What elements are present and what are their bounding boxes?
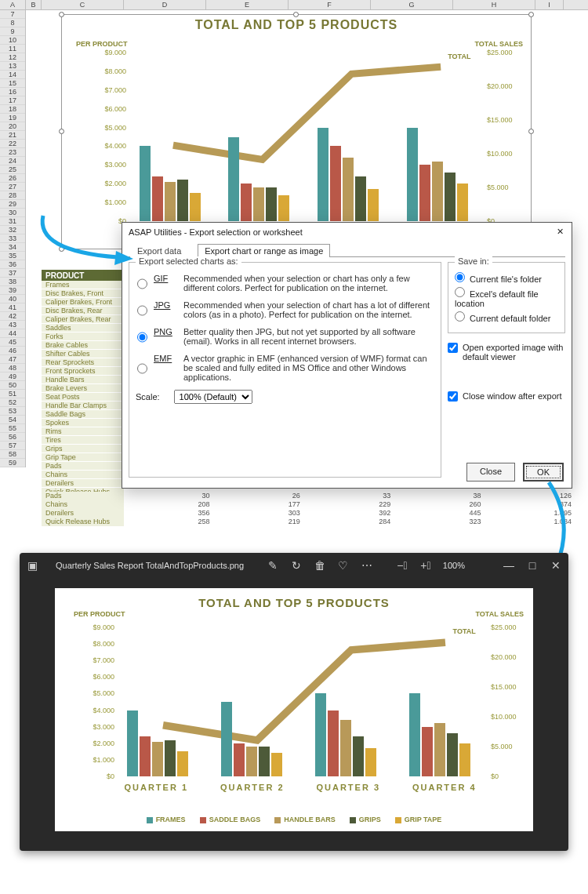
row-header[interactable]: 19 — [0, 114, 25, 122]
minimize-icon[interactable]: — — [503, 559, 515, 572]
close-window-checkbox[interactable]: Close window after export — [448, 391, 565, 402]
row-header[interactable]: 45 — [0, 338, 25, 347]
list-item[interactable]: Grips — [42, 445, 124, 453]
row-header[interactable]: 15 — [0, 79, 25, 88]
list-item[interactable]: Rear Sprockets — [42, 358, 124, 367]
format-option-jpg[interactable]: JPGRecommended when your selection of ch… — [137, 300, 434, 319]
row-header[interactable]: 38 — [0, 278, 25, 286]
row-header[interactable]: 57 — [0, 442, 25, 450]
row-header[interactable]: 30 — [0, 209, 25, 217]
product-header[interactable]: PRODUCT — [42, 270, 124, 282]
format-option-png[interactable]: PNGBetter quality then JPG, but not yet … — [137, 327, 434, 346]
col-header[interactable]: B — [26, 0, 42, 9]
row-header[interactable]: 16 — [0, 88, 25, 96]
delete-icon[interactable]: 🗑 — [314, 559, 326, 572]
row-header[interactable]: 42 — [0, 312, 25, 321]
row-header[interactable]: 10 — [0, 36, 25, 45]
table-row[interactable]: Quick Release Hubs2582192843231.084 — [42, 518, 576, 526]
row-header[interactable]: 35 — [0, 252, 25, 260]
row-header[interactable]: 47 — [0, 355, 25, 364]
rotate-icon[interactable]: ↻ — [290, 559, 303, 572]
row-header[interactable]: 9 — [0, 27, 25, 36]
close-button[interactable]: Close — [466, 463, 515, 482]
row-header[interactable]: 37 — [0, 269, 25, 278]
close-icon[interactable]: ✕ — [550, 559, 562, 572]
row-header[interactable]: 52 — [0, 398, 25, 407]
list-item[interactable]: Forks — [42, 333, 124, 341]
table-row[interactable]: Derailers3563033924451.495 — [42, 509, 576, 518]
row-header[interactable]: 48 — [0, 364, 25, 372]
table-row[interactable]: Chains208177229260874 — [42, 500, 576, 509]
format-option-emf[interactable]: EMFA vector graphic in EMF (enhanced ver… — [137, 354, 434, 382]
row-header[interactable]: 26 — [0, 174, 25, 183]
list-item[interactable]: Handle Bars — [42, 376, 124, 384]
row-header[interactable]: 18 — [0, 105, 25, 114]
col-header[interactable]: E — [206, 0, 289, 9]
row-header[interactable]: 22 — [0, 140, 25, 148]
list-item[interactable]: Disc Brakes, Rear — [42, 307, 124, 315]
col-header[interactable]: H — [453, 0, 535, 9]
table-row[interactable]: Pads30263338126 — [42, 492, 576, 500]
savein-option[interactable]: Current file's folder — [455, 272, 558, 284]
list-item[interactable]: Caliper Brakes, Front — [42, 298, 124, 307]
savein-option[interactable]: Excel's default file location — [455, 287, 558, 308]
row-header[interactable]: 54 — [0, 416, 25, 424]
list-item[interactable]: Rims — [42, 427, 124, 436]
row-header[interactable]: 43 — [0, 321, 25, 329]
list-item[interactable]: Chains — [42, 471, 124, 479]
list-item[interactable]: Grip Tape — [42, 453, 124, 462]
col-header[interactable]: A — [0, 0, 26, 9]
ok-button[interactable]: OK — [523, 463, 564, 482]
list-item[interactable]: Brake Cables — [42, 341, 124, 350]
row-header[interactable]: 56 — [0, 433, 25, 442]
row-header[interactable]: 11 — [0, 45, 25, 53]
list-item[interactable]: Derailers — [42, 479, 124, 488]
row-header[interactable]: 23 — [0, 148, 25, 157]
row-header[interactable]: 36 — [0, 260, 25, 269]
col-header[interactable]: F — [289, 0, 371, 9]
row-header[interactable]: 58 — [0, 450, 25, 459]
row-header[interactable]: 41 — [0, 303, 25, 312]
row-header[interactable]: 8 — [0, 19, 25, 27]
row-header[interactable]: 7 — [0, 10, 25, 19]
row-header[interactable]: 44 — [0, 329, 25, 338]
list-item[interactable]: Pads — [42, 462, 124, 471]
col-header[interactable]: C — [42, 0, 124, 9]
col-header[interactable]: D — [124, 0, 206, 9]
row-header[interactable]: 39 — [0, 286, 25, 295]
list-item[interactable]: Brake Levers — [42, 384, 124, 393]
tab-export-chart[interactable]: Export chart or range as image — [198, 244, 330, 257]
open-viewer-checkbox[interactable]: Open exported image with default viewer — [448, 343, 565, 362]
row-header[interactable]: 20 — [0, 122, 25, 131]
list-item[interactable]: Frames — [42, 281, 124, 289]
row-header[interactable]: 51 — [0, 390, 25, 398]
tab-export-data[interactable]: Export data — [130, 244, 188, 257]
zoom-out-icon[interactable]: −⃝ — [396, 559, 408, 572]
embedded-chart[interactable]: TOTAL AND TOP 5 PRODUCTS PER PRODUCT TOT… — [61, 14, 532, 249]
row-header[interactable]: 28 — [0, 191, 25, 200]
list-item[interactable]: Seat Posts — [42, 393, 124, 402]
row-header[interactable]: 49 — [0, 372, 25, 381]
list-item[interactable]: Handle Bar Clamps — [42, 402, 124, 410]
row-header[interactable]: 32 — [0, 226, 25, 234]
maximize-icon[interactable]: □ — [526, 559, 539, 572]
list-item[interactable]: Disc Brakes, Front — [42, 289, 124, 298]
more-icon[interactable]: ⋯ — [361, 559, 373, 572]
row-header[interactable]: 27 — [0, 183, 25, 191]
list-item[interactable]: Spokes — [42, 419, 124, 427]
col-header[interactable]: G — [371, 0, 453, 9]
list-item[interactable]: Front Sprockets — [42, 367, 124, 376]
close-icon[interactable]: ✕ — [553, 226, 567, 238]
row-header[interactable]: 31 — [0, 217, 25, 226]
row-header[interactable]: 40 — [0, 295, 25, 303]
list-item[interactable]: Saddles — [42, 324, 124, 333]
savein-option[interactable]: Current default folder — [455, 311, 558, 323]
row-header[interactable]: 24 — [0, 157, 25, 165]
row-header[interactable]: 59 — [0, 459, 25, 467]
row-header[interactable]: 53 — [0, 407, 25, 416]
row-header[interactable]: 12 — [0, 53, 25, 62]
scale-select[interactable]: 100% (Default) — [174, 390, 252, 404]
list-item[interactable]: Shifter Cables — [42, 350, 124, 358]
list-item[interactable]: Caliper Brakes, Rear — [42, 315, 124, 324]
row-header[interactable]: 29 — [0, 200, 25, 209]
